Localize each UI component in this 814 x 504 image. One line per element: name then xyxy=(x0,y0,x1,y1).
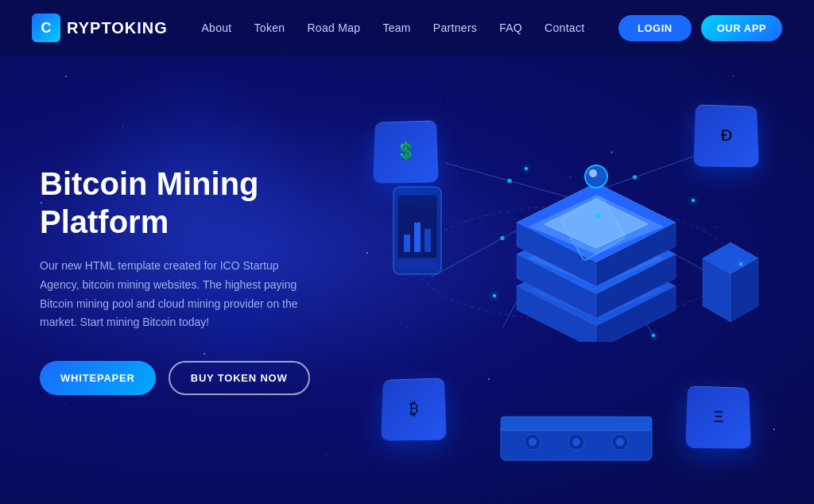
nav-about[interactable]: About xyxy=(201,21,231,34)
nav-team[interactable]: Team xyxy=(382,21,410,34)
login-button[interactable]: LOGIN xyxy=(618,15,692,41)
particle-5 xyxy=(692,199,695,202)
platform-dash: Ð xyxy=(693,104,759,167)
bottom-device-svg xyxy=(497,409,656,472)
particle-2 xyxy=(596,215,599,218)
nav-roadmap[interactable]: Road Map xyxy=(307,21,360,34)
server-stack-svg xyxy=(469,103,723,342)
particle-6 xyxy=(739,262,742,266)
buytoken-button[interactable]: BUY TOKEN NOW xyxy=(169,361,310,395)
nav-links: About Token Road Map Team Partners FAQ C… xyxy=(201,21,584,35)
nav-partners[interactable]: Partners xyxy=(433,21,477,34)
particle-3 xyxy=(493,294,496,297)
svg-rect-43 xyxy=(424,229,431,252)
svg-rect-44 xyxy=(397,262,437,269)
brand-name: RYPTOKING xyxy=(67,19,168,37)
nav-contact[interactable]: Contact xyxy=(545,21,584,34)
nav-buttons: LOGIN OUR APP xyxy=(618,15,782,41)
hero-section: Bitcoin Mining Platform Our new HTML tem… xyxy=(0,56,814,504)
svg-point-36 xyxy=(529,438,537,446)
hero-title: Bitcoin Mining Platform xyxy=(40,165,374,241)
svg-point-38 xyxy=(616,438,624,446)
right-box-svg xyxy=(699,238,762,326)
hero-illustration: 💲 Ð ₿ Ξ xyxy=(374,56,774,504)
svg-rect-42 xyxy=(414,223,421,252)
logo[interactable]: C RYPTOKING xyxy=(32,14,168,42)
particle-1 xyxy=(525,167,528,170)
svg-rect-32 xyxy=(501,417,652,431)
whitepaper-button[interactable]: WHITEPAPER xyxy=(40,361,156,395)
platform-dollar: 💲 xyxy=(373,120,439,183)
svg-rect-41 xyxy=(404,235,410,252)
phone-device-svg xyxy=(390,183,445,286)
logo-icon: C xyxy=(32,14,60,42)
particle-4 xyxy=(652,334,655,337)
nav-faq[interactable]: FAQ xyxy=(499,21,522,34)
nav-token[interactable]: Token xyxy=(254,21,285,34)
svg-point-37 xyxy=(572,438,580,446)
ourapp-button[interactable]: OUR APP xyxy=(701,15,782,41)
navbar: C RYPTOKING About Token Road Map Team Pa… xyxy=(0,0,814,56)
hero-buttons: WHITEPAPER BUY TOKEN NOW xyxy=(40,361,374,395)
hero-content: Bitcoin Mining Platform Our new HTML tem… xyxy=(40,165,374,395)
svg-point-30 xyxy=(589,169,597,177)
platform-bitcoin: ₿ xyxy=(381,378,447,440)
platform-ethereum: Ξ xyxy=(685,386,751,448)
hero-description: Our new HTML template created for ICO St… xyxy=(40,257,318,332)
